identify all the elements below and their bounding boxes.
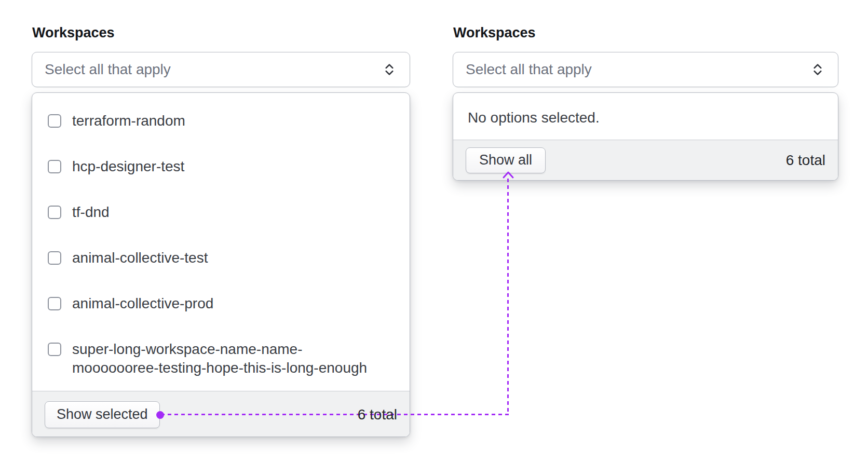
empty-message: No options selected. bbox=[468, 108, 600, 127]
option-label: super-long-workspace-name-name-moooooore… bbox=[72, 340, 376, 377]
option-label: animal-collective-test bbox=[72, 249, 208, 267]
option-row[interactable]: hcp-designer-test bbox=[32, 144, 410, 189]
multiselect-left: Workspaces Select all that apply terrafo… bbox=[32, 24, 410, 437]
unfold-more-icon bbox=[810, 62, 825, 77]
options-list: terraform-random hcp-designer-test tf-dn… bbox=[32, 93, 410, 391]
annotation-start-dot bbox=[156, 411, 164, 419]
option-checkbox[interactable] bbox=[48, 114, 61, 128]
select-placeholder: Select all that apply bbox=[466, 61, 592, 78]
show-all-button[interactable]: Show all bbox=[466, 147, 546, 173]
option-label: terraform-random bbox=[72, 112, 185, 130]
show-selected-button[interactable]: Show selected bbox=[45, 401, 160, 428]
option-checkbox[interactable] bbox=[48, 160, 61, 173]
empty-state: No options selected. bbox=[453, 93, 838, 140]
field-label: Workspaces bbox=[32, 24, 410, 42]
multiselect-right: Workspaces Select all that apply No opti… bbox=[453, 24, 838, 181]
total-count: 6 total bbox=[358, 406, 397, 423]
option-row[interactable]: animal-collective-prod bbox=[32, 281, 410, 326]
arrow-up-icon bbox=[502, 171, 514, 179]
empty-dropdown: No options selected. Show all 6 total bbox=[453, 92, 838, 181]
option-checkbox[interactable] bbox=[48, 297, 61, 310]
option-row[interactable]: super-long-workspace-name-name-moooooore… bbox=[32, 326, 410, 391]
option-checkbox[interactable] bbox=[48, 251, 61, 265]
option-label: hcp-designer-test bbox=[72, 157, 184, 176]
field-label: Workspaces bbox=[453, 24, 838, 42]
options-dropdown: terraform-random hcp-designer-test tf-dn… bbox=[32, 92, 410, 437]
select-placeholder: Select all that apply bbox=[45, 61, 171, 78]
option-label: animal-collective-prod bbox=[72, 294, 213, 313]
annotation-horizontal-line bbox=[161, 414, 509, 415]
option-row[interactable]: tf-dnd bbox=[32, 189, 410, 235]
option-checkbox[interactable] bbox=[48, 343, 61, 356]
select-trigger[interactable]: Select all that apply bbox=[32, 52, 410, 87]
select-trigger[interactable]: Select all that apply bbox=[453, 52, 838, 87]
total-count: 6 total bbox=[786, 152, 825, 169]
page: Workspaces Select all that apply terrafo… bbox=[0, 0, 868, 463]
option-checkbox[interactable] bbox=[48, 206, 61, 219]
annotation-vertical-line bbox=[507, 179, 509, 415]
option-row[interactable]: terraform-random bbox=[32, 98, 410, 144]
option-row[interactable]: animal-collective-test bbox=[32, 235, 410, 281]
option-label: tf-dnd bbox=[72, 203, 110, 222]
unfold-more-icon bbox=[382, 62, 397, 77]
